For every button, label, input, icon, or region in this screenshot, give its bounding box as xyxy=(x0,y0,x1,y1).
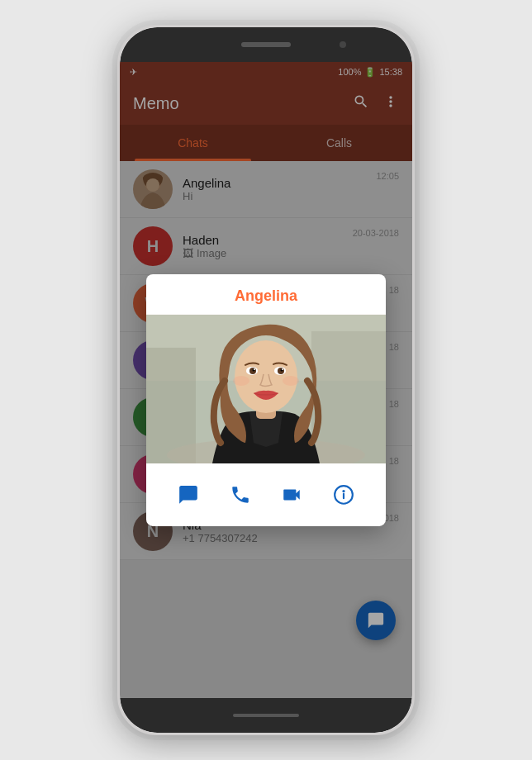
svg-point-18 xyxy=(233,376,249,386)
bottom-bezel xyxy=(120,698,412,733)
modal-actions xyxy=(146,463,386,526)
modal-info-button[interactable] xyxy=(325,477,362,513)
home-bar xyxy=(233,714,299,717)
contact-modal: Angelina xyxy=(146,274,386,526)
svg-point-13 xyxy=(254,368,255,370)
modal-call-button[interactable] xyxy=(222,477,259,513)
content-area: ✈ 100% 🔋 15:38 Memo xyxy=(120,62,412,698)
top-bezel xyxy=(120,27,412,62)
camera xyxy=(340,41,346,48)
speaker xyxy=(241,42,291,47)
modal-contact-name: Angelina xyxy=(146,274,386,315)
phone-inner: ✈ 100% 🔋 15:38 Memo xyxy=(120,27,412,733)
svg-point-19 xyxy=(283,376,299,386)
modal-message-button[interactable] xyxy=(170,477,207,513)
svg-point-17 xyxy=(282,368,283,370)
modal-contact-photo xyxy=(146,315,386,463)
phone-shell: ✈ 100% 🔋 15:38 Memo xyxy=(117,25,415,735)
modal-video-button[interactable] xyxy=(273,477,310,513)
